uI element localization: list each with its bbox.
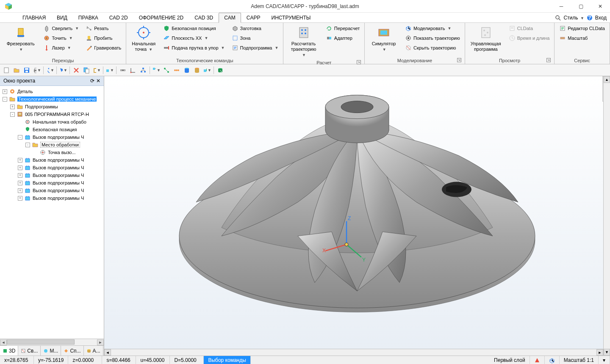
expand-icon[interactable]: + xyxy=(18,188,22,193)
group-icon[interactable]: ▼ xyxy=(152,66,161,75)
delete-icon[interactable] xyxy=(72,66,81,75)
tab-cad-3d[interactable]: CAD 3D xyxy=(189,13,219,23)
tree-node[interactable]: -Технологический процесс механиче xyxy=(1,95,103,103)
new-icon[interactable] xyxy=(2,66,11,75)
punch-button[interactable]: Пробить xyxy=(83,33,123,43)
blank-button[interactable]: Заготовка xyxy=(230,24,281,33)
paste-icon[interactable]: ▼ xyxy=(92,66,101,75)
tree-node[interactable]: +Деталь xyxy=(1,88,103,95)
assembly-icon[interactable]: ▼ xyxy=(202,66,212,75)
expand-icon[interactable]: + xyxy=(10,105,15,109)
expand-icon[interactable]: + xyxy=(18,173,22,178)
hierarchy-icon[interactable] xyxy=(139,66,148,75)
login-button[interactable]: Вход xyxy=(595,15,607,21)
cleditor-button[interactable]: Редактор CLData xyxy=(557,24,607,33)
db-icon[interactable] xyxy=(182,66,191,75)
expand-icon[interactable]: - xyxy=(10,112,15,117)
expand-icon[interactable]: + xyxy=(18,158,22,163)
calc-button[interactable]: Рассчитатьтраекторию ▼ xyxy=(286,24,321,59)
insert-icon[interactable]: ▼ xyxy=(105,66,114,75)
tab-вид[interactable]: ВИД xyxy=(51,13,73,23)
tree-node[interactable]: Безопасная позиция xyxy=(1,126,103,133)
db2-icon[interactable] xyxy=(192,66,202,75)
project-tree[interactable]: +Деталь-Технологический процесс механиче… xyxy=(0,86,104,339)
status-layer[interactable]: Первый слой xyxy=(490,356,530,364)
tree-node[interactable]: -005 ПРОГРАММНАЯ RTCP-Н xyxy=(1,110,103,118)
measure-icon[interactable] xyxy=(118,66,128,75)
status-more-icon[interactable]: ▾ xyxy=(599,356,610,364)
safe-button[interactable]: Безопасная позиция xyxy=(161,24,227,33)
project-tab-3[interactable]: Сп... xyxy=(61,346,83,356)
frez-button[interactable]: Фрезеровать ▼ xyxy=(3,24,39,53)
tree-node[interactable]: Точка вызо... xyxy=(1,149,103,156)
sharpen-button[interactable]: Точить▼ xyxy=(41,33,81,43)
undo-icon[interactable]: ▼ xyxy=(45,66,55,75)
expand-icon[interactable]: + xyxy=(18,165,22,170)
tab-главная[interactable]: ГЛАВНАЯ xyxy=(17,13,51,23)
sim-button[interactable]: Симулятор ▼ xyxy=(367,24,400,53)
project-tab-4[interactable]: А... xyxy=(84,346,103,356)
group-launcher[interactable]: ⇲ xyxy=(457,58,461,62)
feedstop-button[interactable]: Подача прутка в упор▼ xyxy=(161,43,227,52)
tree-node[interactable]: +Вызов подпрограммы Ч xyxy=(1,179,103,187)
refresh-icon[interactable]: ⟳ xyxy=(90,78,94,84)
viewport-hscroll[interactable]: ◄► xyxy=(104,349,603,356)
expand-icon[interactable]: + xyxy=(18,196,22,201)
engrave-button[interactable]: Гравировать xyxy=(83,43,123,52)
search-icon[interactable] xyxy=(555,15,561,21)
status-view-icon[interactable] xyxy=(545,356,560,364)
tab-capp[interactable]: CAPP xyxy=(241,13,266,23)
planexx-button[interactable]: Плоскость XX▼ xyxy=(161,33,227,43)
tree-node[interactable]: -Место обработки xyxy=(1,141,103,149)
drill-button[interactable]: Сверлить▼ xyxy=(41,24,81,33)
cut-button[interactable]: Резать xyxy=(83,24,123,33)
tree-node[interactable]: +Вызов подпрограммы Ч xyxy=(1,194,103,202)
tree-node[interactable]: +Подпрограммы xyxy=(1,103,103,110)
save-icon[interactable] xyxy=(22,66,31,75)
status-shade-icon[interactable] xyxy=(530,356,545,364)
open-icon[interactable] xyxy=(12,66,21,75)
expand-icon[interactable]: - xyxy=(25,143,30,147)
viewport-vscroll[interactable]: ▲▼ xyxy=(603,76,610,356)
recalc-button[interactable]: Перерасчет xyxy=(324,24,362,33)
tree-node[interactable]: -Вызов подпрограммы Ч xyxy=(1,133,103,141)
tab-оформление-2d[interactable]: ОФОРМЛЕНИЕ 2D xyxy=(133,13,189,23)
close-button[interactable]: ✕ xyxy=(591,0,610,13)
tree-node[interactable]: +Вызов подпрограммы Ч xyxy=(1,164,103,171)
minimize-button[interactable]: ─ xyxy=(552,0,571,13)
maximize-button[interactable]: ▢ xyxy=(571,0,591,13)
select-icon[interactable]: ▼ xyxy=(58,66,68,75)
3d-viewport[interactable]: X Y Z Текст ▲▼ ◄► xyxy=(104,76,610,356)
tree-node[interactable]: +Вызов подпрограммы Ч xyxy=(1,171,103,179)
export-icon[interactable] xyxy=(216,66,225,75)
expand-icon[interactable]: + xyxy=(18,181,22,185)
print-icon[interactable]: ▼ xyxy=(32,66,42,75)
model-button[interactable]: Моделировать▼ xyxy=(403,24,462,33)
tab-инструменты[interactable]: ИНСТРУМЕНТЫ xyxy=(266,13,316,23)
close-panel-icon[interactable]: ✕ xyxy=(96,78,100,84)
expand-icon[interactable]: - xyxy=(3,97,7,102)
path-icon[interactable] xyxy=(162,66,171,75)
style-dropdown[interactable]: Стиль ▼ xyxy=(563,15,584,21)
group-launcher[interactable]: ⇲ xyxy=(357,60,361,64)
tab-cam[interactable]: CAM xyxy=(219,13,241,23)
hidetraj-button[interactable]: Скрыть траекторию xyxy=(403,43,462,52)
adapter-button[interactable]: Адаптер xyxy=(324,33,362,43)
startpt-button[interactable]: Начальнаяточка ▼ xyxy=(129,24,158,53)
project-tab-0[interactable]: 3D xyxy=(0,346,18,356)
coord-icon[interactable] xyxy=(128,66,138,75)
project-tab-2[interactable]: М... xyxy=(41,346,61,356)
zone-button[interactable]: Зона xyxy=(230,33,281,43)
tree-node[interactable]: +Вызов подпрограммы Ч xyxy=(1,156,103,164)
status-scale[interactable]: Масштаб 1:1 xyxy=(560,356,599,364)
tree-node[interactable]: Начальная точка обрабо xyxy=(1,118,103,126)
expand-icon[interactable]: - xyxy=(18,135,22,140)
copy-icon[interactable] xyxy=(82,66,91,75)
help-icon[interactable]: ? xyxy=(587,15,593,21)
tab-правка[interactable]: ПРАВКА xyxy=(73,13,104,23)
horizontal-scrollbar[interactable]: ◄► xyxy=(0,339,104,345)
project-tab-1[interactable]: Св... xyxy=(18,346,41,356)
tab-cad-2d[interactable]: CAD 2D xyxy=(104,13,133,23)
laser-button[interactable]: Лазер▼ xyxy=(41,43,81,52)
tree-node[interactable]: +Вызов подпрограммы Ч xyxy=(1,187,103,194)
